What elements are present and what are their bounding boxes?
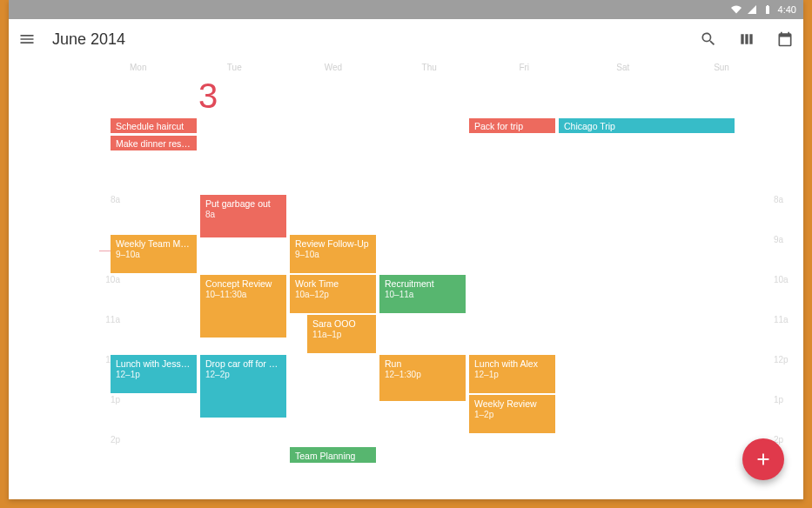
event-title: Drop car off for oil change xyxy=(205,358,281,369)
calendar-event[interactable]: Put garbage out8a xyxy=(200,195,286,237)
day-headers: MonTueWedThuFriSatSun xyxy=(109,63,790,77)
event-grid[interactable]: Schedule haircutMake dinner reservat...P… xyxy=(109,118,790,499)
day-header: Wed xyxy=(304,63,401,77)
page-title: June 2014 xyxy=(52,30,125,49)
event-title: Weekly Review xyxy=(474,398,550,409)
event-title: Lunch with Alex xyxy=(474,358,550,369)
event-time: 12–1p xyxy=(474,370,550,379)
calendar-event[interactable]: Weekly Review1–2p xyxy=(469,395,555,433)
event-time: 10a–12p xyxy=(295,290,371,299)
view-button[interactable] xyxy=(737,30,756,49)
event-time: 9–10a xyxy=(295,250,371,259)
signal-icon xyxy=(747,4,757,15)
battery-icon xyxy=(762,4,773,15)
calendar-event[interactable]: Team Planning xyxy=(290,447,376,464)
allday-event[interactable]: Make dinner reservat... xyxy=(111,136,197,150)
today-button[interactable] xyxy=(775,30,795,49)
event-time: 10–11a xyxy=(385,290,460,299)
allday-event[interactable]: Schedule haircut xyxy=(111,118,197,133)
event-title: Lunch with Jesse & A... xyxy=(116,358,191,369)
event-time: 1–2p xyxy=(474,410,550,419)
calendar-event[interactable]: Concept Review10–11:30a xyxy=(200,275,286,338)
toolbar: June 2014 xyxy=(9,19,803,59)
event-time: 12–1p xyxy=(116,370,191,379)
event-title: Work Time xyxy=(295,278,371,289)
hamburger-icon xyxy=(18,30,36,48)
event-title: Weekly Team Meeting xyxy=(116,238,191,249)
day-header: Sat xyxy=(595,63,693,77)
calendar-event[interactable]: Drop car off for oil change12–2p xyxy=(200,355,286,418)
day-header: Tue xyxy=(206,63,304,77)
day-header: Sun xyxy=(693,63,790,77)
event-time: 8a xyxy=(205,210,281,219)
plus-icon xyxy=(754,450,773,469)
event-time: 12–1:30p xyxy=(385,370,460,379)
event-title: Recruitment xyxy=(385,278,460,289)
day-header: Thu xyxy=(401,63,499,77)
calendar-event[interactable]: Weekly Team Meeting9–10a xyxy=(111,235,197,273)
event-time: 11a–1p xyxy=(312,330,371,339)
allday-row: Schedule haircutMake dinner reservat...P… xyxy=(109,118,790,190)
calendar-event[interactable]: Review Follow-Up9–10a xyxy=(290,235,376,273)
current-date-number: 3 xyxy=(198,77,218,116)
calendar-event[interactable]: Run12–1:30p xyxy=(379,355,466,401)
day-header: Mon xyxy=(109,63,206,77)
calendar-event[interactable]: Lunch with Alex12–1p xyxy=(469,355,555,393)
search-icon xyxy=(700,30,717,48)
calendar-area: MonTueWedThuFriSatSun 3 8a9a10a11a12p1p2… xyxy=(9,59,803,499)
calendar-event[interactable]: Work Time10a–12p xyxy=(290,275,376,313)
event-title: Team Planning xyxy=(295,451,371,461)
event-time: 12–2p xyxy=(205,370,281,379)
status-time: 4:40 xyxy=(778,4,796,15)
calendar-event[interactable]: Sara OOO11a–1p xyxy=(307,315,376,353)
allday-event[interactable]: Chicago Trip xyxy=(559,118,735,133)
event-title: Sara OOO xyxy=(312,318,371,329)
event-title: Put garbage out xyxy=(205,198,281,209)
event-time: 10–11:30a xyxy=(205,290,281,299)
event-time: 9–10a xyxy=(116,250,191,259)
allday-event[interactable]: Pack for trip xyxy=(469,118,555,133)
search-button[interactable] xyxy=(699,30,718,49)
calendar-icon xyxy=(776,30,794,48)
event-title: Concept Review xyxy=(205,278,281,289)
calendar-event[interactable]: Recruitment10–11a xyxy=(379,275,466,313)
menu-button[interactable] xyxy=(17,30,37,49)
wifi-icon xyxy=(731,4,742,15)
event-title: Run xyxy=(385,358,460,369)
add-event-fab[interactable] xyxy=(742,438,784,480)
calendar-event[interactable]: Lunch with Jesse & A...12–1p xyxy=(111,355,197,393)
columns-icon xyxy=(738,30,755,48)
event-title: Review Follow-Up xyxy=(295,238,371,249)
status-bar: 4:40 xyxy=(9,0,803,19)
day-header: Fri xyxy=(498,63,595,77)
